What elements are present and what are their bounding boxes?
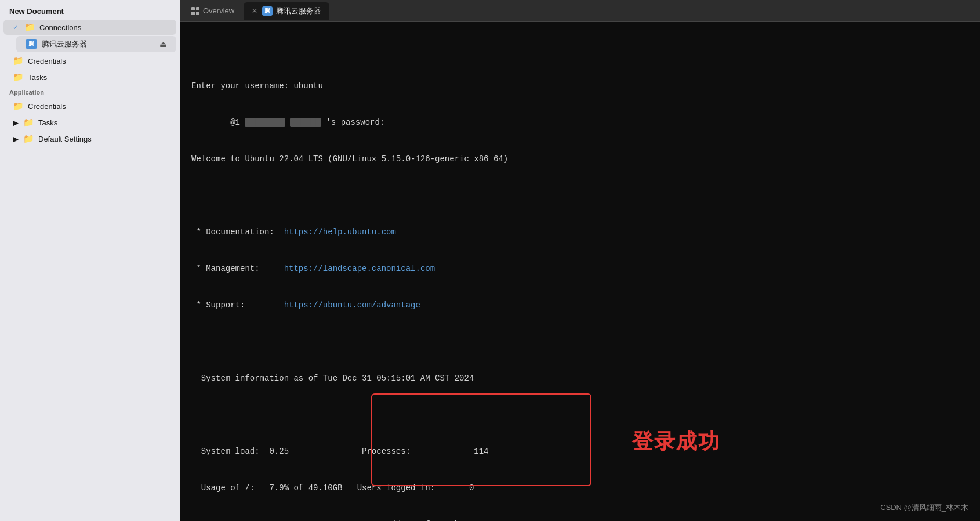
tabbar: Overview ✕ 腾 腾讯云服务器 — [180, 0, 980, 22]
term-line-2: @1 ████ ████ 's password: — [191, 117, 968, 129]
application-section-header: Application — [0, 85, 180, 98]
server-name: 腾讯云服务器 — [42, 39, 155, 49]
sidebar: New Document ✓ 📁 Connections 腾 腾讯云服务器 ⏏ … — [0, 0, 180, 521]
connections-label: Connections — [39, 23, 81, 32]
term-line-8 — [191, 336, 968, 348]
app-tasks-label: Tasks — [38, 118, 57, 127]
grid-icon — [191, 7, 199, 15]
folder-icon-tasks: 📁 — [13, 73, 23, 82]
folder-icon-connections: 📁 — [24, 23, 35, 32]
active-tab-label: 腾讯云服务器 — [276, 6, 321, 16]
term-line-5: * Documentation: https://help.ubuntu.com — [191, 226, 968, 238]
expand-arrow-tasks: ▶ — [13, 118, 19, 127]
main-panel: Overview ✕ 腾 腾讯云服务器 Enter your username:… — [180, 0, 980, 521]
term-line-11: System load: 0.25 Processes: 114 — [191, 446, 968, 458]
sidebar-item-app-credentials[interactable]: 📁 Credentials — [3, 99, 176, 114]
folder-icon-app-tasks: 📁 — [23, 118, 34, 127]
term-line-1: Enter your username: ubuntu — [191, 80, 968, 92]
tab-close-icon[interactable]: ✕ — [252, 7, 257, 15]
eject-icon[interactable]: ⏏ — [159, 39, 167, 49]
sidebar-item-credentials[interactable]: 📁 Credentials — [3, 53, 176, 68]
term-line-10 — [191, 409, 968, 421]
sidebar-item-app-tasks[interactable]: ▶ 📁 Tasks — [3, 115, 176, 130]
expand-arrow-settings: ▶ — [13, 135, 19, 143]
folder-icon-default-settings: 📁 — [23, 134, 34, 143]
check-icon: ✓ — [13, 23, 19, 31]
sidebar-item-connections[interactable]: ✓ 📁 Connections — [3, 20, 176, 35]
term-line-4 — [191, 190, 968, 202]
sidebar-item-tasks[interactable]: 📁 Tasks — [3, 70, 176, 85]
tasks-label: Tasks — [28, 73, 47, 82]
new-document-title: New Document — [0, 5, 180, 19]
term-line-7: * Support: https://ubuntu.com/advantage — [191, 299, 968, 312]
overview-tab-label: Overview — [203, 6, 234, 15]
app-credentials-label: Credentials — [28, 102, 66, 111]
term-line-13: Memory usage: 11% IPv4 address for eth0:… — [191, 519, 968, 521]
server-badge: 腾 — [26, 39, 37, 49]
term-line-6: * Management: https://landscape.canonica… — [191, 263, 968, 275]
sidebar-item-server[interactable]: 腾 腾讯云服务器 ⏏ — [16, 36, 176, 52]
term-line-9: System information as of Tue Dec 31 05:1… — [191, 372, 968, 385]
term-line-3: Welcome to Ubuntu 22.04 LTS (GNU/Linux 5… — [191, 153, 968, 165]
terminal-output[interactable]: Enter your username: ubuntu @1 ████ ████… — [180, 22, 980, 521]
login-success-annotation: 登录成功 — [632, 426, 720, 457]
term-line-12: Usage of /: 7.9% of 49.10GB Users logged… — [191, 482, 968, 494]
sidebar-item-default-settings[interactable]: ▶ 📁 Default Settings — [3, 131, 176, 146]
folder-icon-app-credentials: 📁 — [13, 102, 23, 111]
default-settings-label: Default Settings — [38, 135, 92, 143]
watermark-text: CSDN @清风细雨_林木木 — [880, 502, 968, 513]
folder-icon-credentials: 📁 — [13, 56, 23, 66]
credentials-label: Credentials — [28, 57, 66, 66]
tab-server-badge: 腾 — [262, 6, 273, 16]
tab-server-active[interactable]: ✕ 腾 腾讯云服务器 — [244, 2, 329, 20]
tab-overview[interactable]: Overview — [184, 3, 241, 19]
